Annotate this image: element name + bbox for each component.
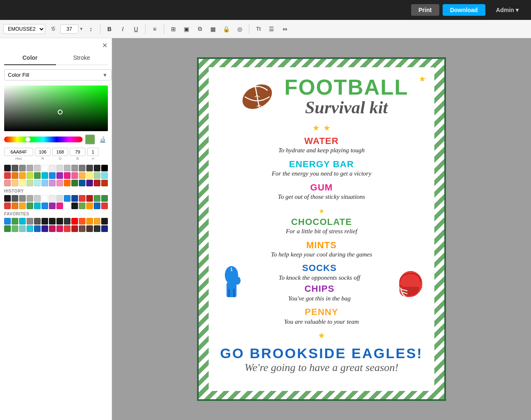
swatch-cell[interactable] <box>56 165 63 171</box>
swatch-cell[interactable] <box>79 218 85 225</box>
swatch-cell[interactable] <box>56 218 63 225</box>
swatch-cell[interactable] <box>19 225 26 232</box>
swatch-cell[interactable] <box>71 172 78 179</box>
swatch-cell[interactable] <box>49 165 56 171</box>
swatch-cell[interactable] <box>94 195 100 202</box>
swatch-cell[interactable] <box>79 165 85 171</box>
lock-button[interactable]: 🔒 <box>221 23 232 35</box>
hex-input[interactable] <box>4 148 33 156</box>
swatch-cell[interactable] <box>94 180 100 186</box>
swatch-cell[interactable] <box>56 180 63 186</box>
swatch-cell[interactable] <box>64 225 71 232</box>
image-crop-button[interactable]: ⊞ <box>168 23 179 35</box>
swatch-cell[interactable] <box>94 225 100 232</box>
swatch-cell[interactable] <box>71 203 78 209</box>
swatch-cell[interactable] <box>86 203 93 209</box>
swatch-cell[interactable] <box>101 225 108 232</box>
swatch-cell[interactable] <box>4 218 11 225</box>
image-frame-button[interactable]: ▣ <box>181 23 192 35</box>
swatch-cell[interactable] <box>19 195 26 202</box>
swatch-cell[interactable] <box>27 180 33 186</box>
font-size-input[interactable] <box>60 24 78 34</box>
swatch-cell[interactable] <box>27 172 33 179</box>
swatch-cell[interactable] <box>64 218 71 225</box>
swatch-cell[interactable] <box>56 172 63 179</box>
swatch-cell[interactable] <box>27 218 33 225</box>
swatch-cell[interactable] <box>12 225 18 232</box>
swatch-cell[interactable] <box>64 203 71 209</box>
swatch-cell[interactable] <box>64 172 71 179</box>
download-button[interactable]: Download <box>443 4 485 16</box>
a-input[interactable] <box>87 148 99 156</box>
swatch-cell[interactable] <box>19 180 26 186</box>
swatch-cell[interactable] <box>64 165 71 171</box>
swatch-cell[interactable] <box>49 172 56 179</box>
swatch-cell[interactable] <box>41 180 48 186</box>
swatch-cell[interactable] <box>49 180 56 186</box>
underline-button[interactable]: U <box>130 23 142 35</box>
fill-type-select[interactable]: Color Fill <box>4 69 112 81</box>
swatch-cell[interactable] <box>101 203 108 209</box>
font-size-chevron[interactable]: ▼ <box>79 27 83 31</box>
swatch-cell[interactable] <box>86 195 93 202</box>
swatch-cell[interactable] <box>12 195 18 202</box>
swatch-cell[interactable] <box>19 165 26 171</box>
swatch-cell[interactable] <box>64 195 71 202</box>
swatch-cell[interactable] <box>27 165 33 171</box>
hue-slider[interactable] <box>4 137 83 142</box>
effects-button[interactable]: ◎ <box>234 23 246 35</box>
italic-button[interactable]: I <box>117 23 129 35</box>
swatch-cell[interactable] <box>86 172 93 179</box>
admin-button[interactable]: Admin ▾ <box>489 4 526 16</box>
swatch-cell[interactable] <box>79 180 85 186</box>
swatch-cell[interactable] <box>34 225 41 232</box>
swatch-cell[interactable] <box>49 218 56 225</box>
swatch-cell[interactable] <box>12 165 18 171</box>
r-input[interactable] <box>35 148 51 156</box>
swatch-cell[interactable] <box>79 195 85 202</box>
swatch-cell[interactable] <box>4 225 11 232</box>
spacing-button[interactable]: ⇔ <box>279 23 291 35</box>
swatch-cell[interactable] <box>71 180 78 186</box>
swatch-cell[interactable] <box>19 218 26 225</box>
swatch-cell[interactable] <box>101 172 108 179</box>
swatch-cell[interactable] <box>34 218 41 225</box>
swatch-cell[interactable] <box>94 203 100 209</box>
swatch-cell[interactable] <box>4 180 11 186</box>
swatch-cell[interactable] <box>79 172 85 179</box>
swatch-cell[interactable] <box>71 195 78 202</box>
font-select[interactable]: EMOUSSE2 <box>3 24 45 34</box>
swatch-cell[interactable] <box>41 165 48 171</box>
swatch-cell[interactable] <box>19 203 26 209</box>
list-button[interactable]: ☰ <box>266 23 278 35</box>
swatch-cell[interactable] <box>27 203 33 209</box>
swatch-cell[interactable] <box>4 203 11 209</box>
swatch-cell[interactable] <box>79 203 85 209</box>
text-style-button[interactable]: Tt <box>253 23 264 35</box>
g-input[interactable] <box>52 148 68 156</box>
swatch-cell[interactable] <box>12 172 18 179</box>
swatch-cell[interactable] <box>101 165 108 171</box>
swatch-cell[interactable] <box>71 225 78 232</box>
swatch-cell[interactable] <box>27 195 33 202</box>
swatch-cell[interactable] <box>49 203 56 209</box>
b-input[interactable] <box>70 148 85 156</box>
swatch-cell[interactable] <box>4 172 11 179</box>
font-height-icon[interactable]: ↕ <box>85 23 97 35</box>
swatch-cell[interactable] <box>86 225 93 232</box>
swatch-cell[interactable] <box>101 180 108 186</box>
swatch-cell[interactable] <box>101 218 108 225</box>
swatch-cell[interactable] <box>86 218 93 225</box>
swatch-cell[interactable] <box>94 172 100 179</box>
swatch-cell[interactable] <box>64 180 71 186</box>
gradient-box[interactable] <box>4 85 108 131</box>
swatch-cell[interactable] <box>12 203 18 209</box>
swatch-cell[interactable] <box>94 218 100 225</box>
swatch-cell[interactable] <box>34 165 41 171</box>
swatch-cell[interactable] <box>19 172 26 179</box>
swatch-cell[interactable] <box>12 218 18 225</box>
layers-button[interactable]: ⧉ <box>194 23 206 35</box>
close-icon[interactable]: ✕ <box>102 42 107 49</box>
swatch-cell[interactable] <box>94 165 100 171</box>
swatch-cell[interactable] <box>27 225 33 232</box>
